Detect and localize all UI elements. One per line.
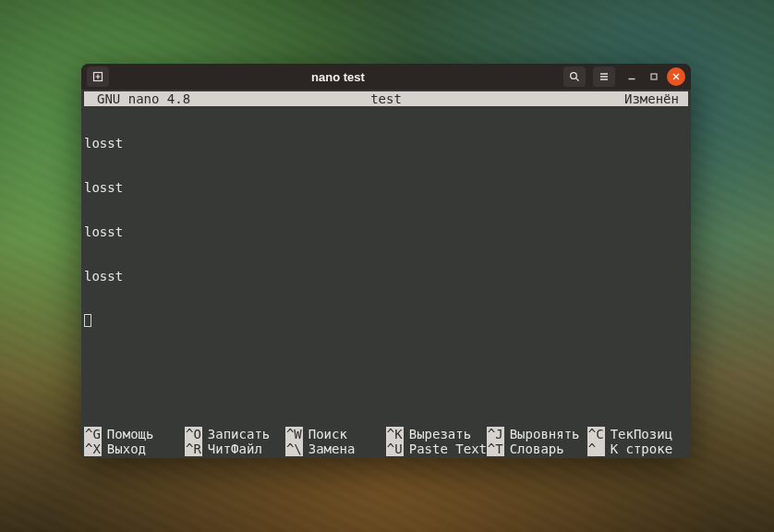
shortcut-cell: ^GПомощь: [84, 427, 185, 441]
shortcut-label: ТекПозиц: [605, 427, 672, 441]
window-titlebar: nano test: [81, 64, 691, 90]
editor-line: losst: [84, 224, 688, 239]
close-button[interactable]: [667, 67, 685, 86]
editor-line: losst: [84, 136, 688, 151]
shortcut-label: Помощь: [102, 427, 154, 441]
shortcut-cell: ^XВыход: [84, 441, 185, 456]
nano-version: GNU nano 4.8: [84, 91, 284, 106]
maximize-button[interactable]: [645, 67, 663, 86]
shortcut-key: ^U: [386, 441, 404, 456]
shortcut-key: ^\: [285, 441, 303, 456]
shortcut-key: ^G: [84, 427, 102, 441]
text-cursor: [84, 314, 91, 327]
shortcut-label: Вырезать: [404, 427, 471, 441]
shortcut-key: ^O: [185, 427, 202, 441]
editor-line: losst: [84, 269, 688, 284]
shortcut-cell: ^CТекПозиц: [587, 427, 688, 441]
shortcut-key: ^W: [285, 427, 303, 441]
shortcut-cell: ^KВырезать: [386, 427, 487, 441]
shortcut-cell: ^TСловарь: [487, 441, 587, 456]
shortcut-label: Поиск: [303, 427, 347, 441]
shortcut-label: Словарь: [504, 441, 564, 456]
shortcut-cell: ^JВыровнять: [487, 427, 587, 441]
shortcut-cell: ^UPaste Text: [386, 441, 487, 456]
shortcut-cell: ^_К строке: [587, 441, 688, 456]
search-button[interactable]: [563, 66, 586, 87]
shortcut-cell: ^\Замена: [285, 441, 386, 456]
shortcut-key: ^J: [487, 427, 504, 441]
window-title: nano test: [113, 70, 563, 84]
shortcut-cell: ^OЗаписать: [185, 427, 285, 441]
nano-filename: test: [284, 91, 489, 106]
terminal-window: nano test GNU nano 4.8 test Изменён: [81, 64, 691, 458]
shortcut-label: Выровнять: [504, 427, 580, 441]
shortcut-label: Замена: [303, 441, 356, 456]
shortcut-key: ^_: [587, 441, 605, 456]
shortcut-label: Записать: [202, 427, 270, 441]
shortcut-label: Paste Text: [404, 441, 487, 456]
editor-cursor-line: [84, 313, 688, 328]
new-tab-button[interactable]: [87, 66, 109, 87]
minimize-button[interactable]: [623, 67, 641, 86]
shortcut-label: К строке: [605, 441, 672, 456]
shortcut-key: ^R: [185, 441, 202, 456]
svg-line-4: [576, 79, 579, 81]
nano-shortcut-bar: ^GПомощь^OЗаписать^WПоиск^KВырезать^JВыр…: [84, 427, 688, 456]
nano-modified-status: Изменён: [489, 91, 688, 106]
nano-editor-area[interactable]: losst losst losst losst: [84, 106, 688, 427]
editor-line: losst: [84, 180, 688, 195]
menu-button[interactable]: [593, 66, 615, 87]
svg-point-3: [571, 73, 577, 79]
shortcut-key: ^K: [386, 427, 404, 441]
shortcut-key: ^X: [84, 441, 102, 456]
svg-rect-9: [651, 74, 657, 79]
shortcut-label: Выход: [102, 441, 146, 456]
shortcut-cell: ^WПоиск: [285, 427, 386, 441]
nano-header-bar: GNU nano 4.8 test Изменён: [84, 91, 688, 106]
shortcut-cell: ^RЧитФайл: [185, 441, 285, 456]
shortcut-label: ЧитФайл: [202, 441, 262, 456]
shortcut-key: ^T: [487, 441, 504, 456]
shortcut-key: ^C: [587, 427, 605, 441]
terminal-viewport[interactable]: GNU nano 4.8 test Изменён losst losst lo…: [81, 90, 691, 458]
